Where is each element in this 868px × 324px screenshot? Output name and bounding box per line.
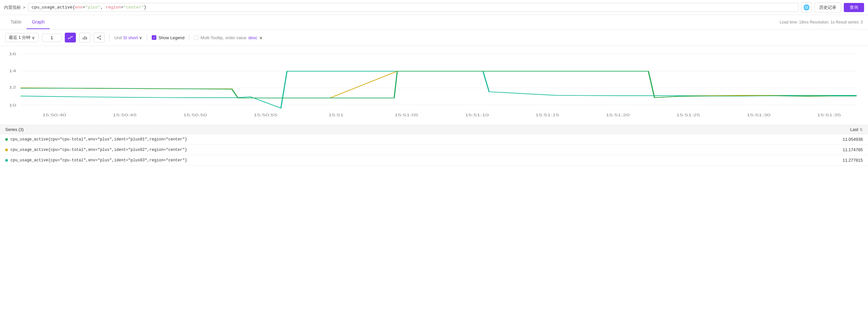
multi-tooltip-label: Multi Tooltip, order value bbox=[200, 35, 247, 40]
toolbar: 最近 1 分钟 ∨ Unit SI short ∨ ✓ Show Legend bbox=[0, 29, 868, 46]
share-button[interactable] bbox=[94, 33, 105, 42]
svg-rect-2 bbox=[86, 37, 87, 39]
legend-rows: cpu_usage_active{cpu="cpu-total",env="pl… bbox=[0, 134, 868, 166]
chart-container: 16 14 12 10 15:50:40 15:50:45 15:50:50 1… bbox=[0, 46, 868, 122]
y-label-16: 16 bbox=[9, 52, 17, 56]
legend-series-name: cpu_usage_active{cpu="cpu-total",env="pl… bbox=[10, 148, 843, 152]
sort-icon[interactable]: ⇅ bbox=[860, 128, 863, 132]
legend-series-header: Series (3) bbox=[5, 127, 850, 132]
unit-label: Unit bbox=[114, 35, 122, 40]
series2-line bbox=[21, 71, 857, 98]
meta-info: Load time: 18ms Resolution: 1s Result se… bbox=[780, 20, 863, 25]
x-label-10: 15:51:30 bbox=[747, 113, 771, 117]
query-close: } bbox=[144, 5, 147, 10]
legend-series-name: cpu_usage_active{cpu="cpu-total",env="pl… bbox=[10, 158, 843, 163]
legend-section: Series (3) Last ⇅ cpu_usage_active{cpu="… bbox=[0, 125, 868, 166]
x-label-9: 15:51:25 bbox=[676, 113, 700, 117]
x-label-11: 15:51:35 bbox=[817, 113, 841, 117]
legend-checkbox[interactable]: ✓ bbox=[152, 35, 156, 40]
time-selector[interactable]: 最近 1 分钟 ∨ bbox=[5, 33, 39, 42]
order-value: desc bbox=[249, 35, 257, 40]
divider2 bbox=[147, 34, 147, 41]
legend-dot bbox=[5, 149, 8, 151]
tabs-left: Table Graph bbox=[5, 15, 50, 29]
x-label-5: 15:51:05 bbox=[395, 113, 418, 117]
legend-header: Series (3) Last ⇅ bbox=[0, 125, 868, 134]
history-button[interactable]: 历史记录 bbox=[814, 3, 841, 12]
legend-row: cpu_usage_active{cpu="cpu-total",env="pl… bbox=[0, 134, 868, 145]
query-base: cpu_usage_active{ bbox=[32, 5, 75, 10]
top-bar: 内置指标 > cpu_usage_active{env="plus", regi… bbox=[0, 0, 868, 15]
legend-row: cpu_usage_active{cpu="cpu-total",env="pl… bbox=[0, 145, 868, 155]
show-legend-control[interactable]: ✓ Show Legend bbox=[152, 35, 184, 40]
y-label-12: 12 bbox=[9, 85, 17, 89]
x-label-1: 15:50:45 bbox=[113, 113, 137, 117]
show-legend-label: Show Legend bbox=[158, 35, 184, 40]
y-label-14: 14 bbox=[9, 69, 17, 73]
legend-dot bbox=[5, 159, 8, 162]
legend-last-value: 11.174785 bbox=[843, 147, 863, 152]
order-chevron: ∨ bbox=[259, 35, 262, 40]
tab-graph[interactable]: Graph bbox=[27, 15, 50, 29]
query-button[interactable]: 查询 bbox=[844, 3, 864, 12]
line-chart-button[interactable] bbox=[65, 33, 76, 42]
x-label-2: 15:50:50 bbox=[183, 113, 207, 117]
legend-last-value: 11.277815 bbox=[843, 158, 863, 163]
svg-line-7 bbox=[98, 38, 100, 39]
legend-series-name: cpu_usage_active{cpu="cpu-total",env="pl… bbox=[10, 137, 843, 142]
legend-row: cpu_usage_active{cpu="cpu-total",env="pl… bbox=[0, 155, 868, 166]
x-label-3: 15:50:55 bbox=[254, 113, 278, 117]
breadcrumb: 内置指标 > bbox=[4, 5, 26, 10]
divider3 bbox=[189, 34, 189, 41]
multi-tooltip-checkbox[interactable] bbox=[194, 35, 198, 40]
unit-chevron: ∨ bbox=[139, 35, 142, 40]
multi-tooltip-control: Multi Tooltip, order value desc ∨ bbox=[194, 35, 262, 40]
unit-selector[interactable]: Unit SI short ∨ bbox=[114, 35, 142, 40]
legend-last-header: Last ⇅ bbox=[850, 127, 863, 132]
time-label: 最近 1 分钟 bbox=[9, 35, 30, 40]
query-region-key: region bbox=[106, 5, 121, 10]
breadcrumb-sep: > bbox=[23, 5, 26, 10]
query-env-val: "plus" bbox=[85, 5, 100, 10]
query-display[interactable]: cpu_usage_active{env="plus", region="cen… bbox=[28, 3, 799, 12]
series1-line bbox=[21, 71, 857, 98]
svg-rect-0 bbox=[83, 38, 84, 39]
x-label-8: 15:51:20 bbox=[606, 113, 629, 117]
svg-point-4 bbox=[97, 37, 98, 38]
series3-line bbox=[21, 71, 857, 108]
x-label-7: 15:51:15 bbox=[535, 113, 559, 117]
divider bbox=[109, 34, 110, 41]
time-chevron: ∨ bbox=[32, 35, 35, 40]
bar-chart-button[interactable] bbox=[79, 33, 90, 42]
globe-button[interactable]: 🌐 bbox=[801, 2, 812, 13]
svg-rect-1 bbox=[84, 36, 85, 39]
chart-svg: 16 14 12 10 15:50:40 15:50:45 15:50:50 1… bbox=[5, 49, 863, 121]
svg-line-6 bbox=[98, 36, 100, 37]
bar-chart-icon bbox=[82, 35, 87, 40]
line-chart-icon bbox=[68, 35, 73, 40]
tab-table[interactable]: Table bbox=[5, 15, 27, 29]
breadcrumb-label: 内置指标 bbox=[4, 5, 21, 10]
query-region-val: "center" bbox=[123, 5, 144, 10]
x-label-6: 15:51:10 bbox=[465, 113, 489, 117]
legend-dot bbox=[5, 138, 8, 141]
share-icon bbox=[97, 35, 101, 40]
x-label-4: 15:51 bbox=[328, 113, 344, 117]
legend-last-value: 11.054938 bbox=[843, 137, 863, 142]
x-label-0: 15:50:40 bbox=[42, 113, 66, 117]
step-input[interactable] bbox=[42, 34, 61, 42]
unit-value: SI short bbox=[123, 35, 138, 40]
query-comma: , bbox=[100, 5, 106, 10]
tabs-bar: Table Graph Load time: 18ms Resolution: … bbox=[0, 15, 868, 29]
y-label-10: 10 bbox=[9, 103, 17, 107]
query-env-key: env bbox=[75, 5, 83, 10]
